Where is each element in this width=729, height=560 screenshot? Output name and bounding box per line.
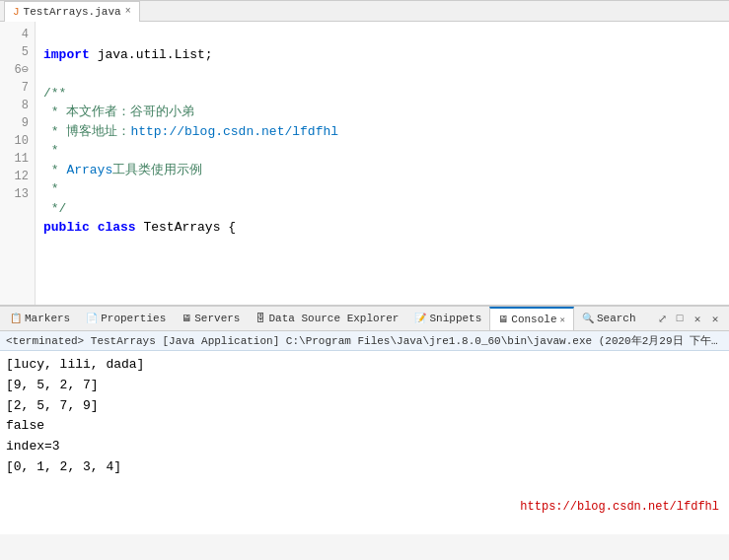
line-12: */ (43, 201, 66, 216)
output-line-3: [2, 5, 7, 9] (6, 396, 723, 417)
tab-snippets-label: Snippets (429, 313, 481, 324)
tab-properties[interactable]: 📄 Properties (78, 307, 174, 330)
minimize-button[interactable]: ⤢ (654, 311, 670, 326)
line-7: * 本文作者：谷哥的小弟 (43, 105, 194, 119)
servers-icon: 🖥 (182, 313, 191, 324)
tab-datasource[interactable]: 🗄 Data Source Explorer (248, 307, 406, 330)
tab-properties-label: Properties (101, 313, 166, 324)
bottom-tabs-bar: 📋 Markers 📄 Properties 🖥 Servers 🗄 Data … (0, 306, 729, 331)
tab-console[interactable]: 🖥 Console ✕ (489, 307, 574, 330)
line-4: import java.util.List; (43, 47, 213, 62)
tab-markers[interactable]: 📋 Markers (2, 307, 78, 330)
line-13: public class TestArrays { (43, 220, 236, 235)
search-icon: 🔍 (582, 313, 594, 324)
console-icon: 🖥 (498, 314, 508, 325)
line-9: * (43, 143, 59, 158)
code-content[interactable]: import java.util.List; /** * 本文作者：谷哥的小弟 … (36, 22, 729, 305)
tab-search-label: Search (597, 313, 636, 324)
close-panel-button[interactable]: ✕ (690, 311, 705, 326)
maximize-button[interactable]: □ (672, 311, 688, 326)
tab-console-label: Console (511, 314, 556, 325)
tab-servers-label: Servers (194, 313, 240, 324)
console-close-small[interactable]: ✕ (560, 315, 565, 325)
line-10: * Arrays工具类使用示例 (43, 163, 202, 177)
output-line-4: false (6, 416, 723, 437)
panel-actions: ⤢ □ ✕ ✕ (654, 311, 727, 326)
java-file-icon: J (13, 6, 20, 18)
output-line-6: [0, 1, 2, 3, 4] (6, 457, 723, 478)
line-5 (43, 66, 51, 81)
tab-markers-label: Markers (25, 313, 70, 324)
tab-filename: TestArrays.java (24, 6, 121, 18)
bottom-panel: 📋 Markers 📄 Properties 🖥 Servers 🗄 Data … (0, 306, 729, 534)
editor-area: J TestArrays.java × 4 5 6⊖ 7 8 9 10 11 1… (0, 0, 729, 306)
properties-icon: 📄 (86, 313, 98, 324)
view-menu-button[interactable]: ✕ (707, 311, 723, 326)
tab-search[interactable]: 🔍 Search (574, 307, 644, 330)
snippets-icon: 📝 (414, 313, 426, 324)
output-line-1: [lucy, lili, dada] (6, 355, 723, 376)
editor-tab: J TestArrays.java × (0, 0, 729, 22)
output-line-5: index=3 (6, 437, 723, 457)
markers-icon: 📋 (10, 313, 22, 324)
tab-close-button[interactable]: × (125, 6, 131, 17)
tab-datasource-label: Data Source Explorer (268, 313, 399, 324)
horizontal-scrollbar[interactable] (0, 305, 729, 306)
console-body: <terminated> TestArrays [Java Applicatio… (0, 331, 729, 534)
console-output: [lucy, lili, dada] [9, 5, 2, 7] [2, 5, 7… (0, 351, 729, 502)
line-11: * (43, 181, 59, 196)
output-line-2: [9, 5, 2, 7] (6, 376, 723, 396)
code-body: 4 5 6⊖ 7 8 9 10 11 12 13 import java.uti… (0, 22, 729, 305)
line-8: * 博客地址：http://blog.csdn.net/lfdfhl (43, 124, 338, 139)
line-numbers: 4 5 6⊖ 7 8 9 10 11 12 13 (0, 22, 36, 305)
tab-snippets[interactable]: 📝 Snippets (406, 307, 489, 330)
datasource-icon: 🗄 (255, 313, 265, 324)
editor-tab-item[interactable]: J TestArrays.java × (4, 1, 140, 22)
csdn-link[interactable]: https://blog.csdn.net/lfdfhl (520, 498, 719, 517)
tab-servers[interactable]: 🖥 Servers (174, 307, 248, 330)
line-6: /** (43, 86, 66, 101)
console-header: <terminated> TestArrays [Java Applicatio… (0, 331, 729, 351)
